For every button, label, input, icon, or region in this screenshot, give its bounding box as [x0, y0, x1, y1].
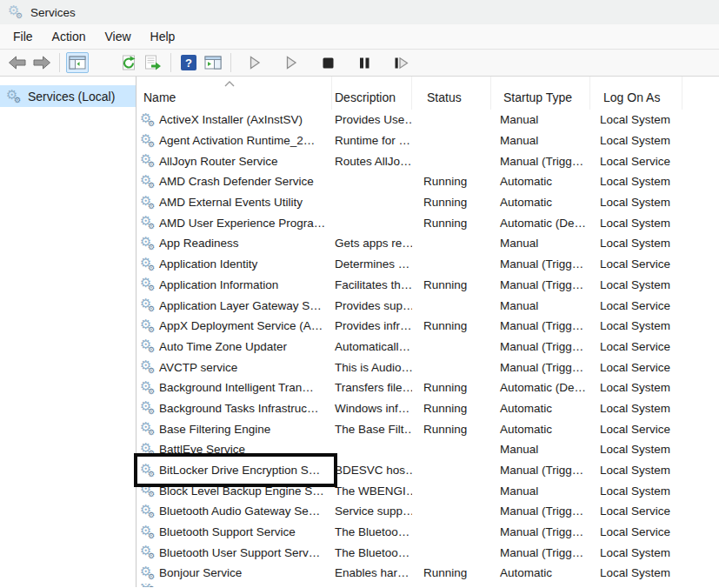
title-bar: ⚙⚙ Services [0, 0, 719, 24]
service-gear-icon: ⚙⚙ [140, 463, 156, 478]
service-row[interactable]: ⚙⚙Application InformationFacilitates th…… [136, 275, 719, 296]
service-row[interactable]: ⚙⚙Bluetooth Audio Gateway Se…Service sup… [136, 501, 719, 522]
service-name: Agent Activation Runtime_2… [159, 134, 315, 147]
stop-service-button[interactable] [316, 52, 339, 73]
sidebar-item-services-local[interactable]: ⚙⚙ Services (Local) [0, 85, 136, 107]
service-startup-type: Manual (Trigg… [491, 319, 590, 332]
service-row[interactable]: ⚙⚙Agent Activation Runtime_2…Runtime for… [136, 130, 719, 151]
service-name: Background Tasks Infrastruc… [159, 402, 319, 415]
service-status: Running [412, 175, 491, 188]
menu-view[interactable]: View [95, 30, 140, 43]
service-status: Running [412, 402, 491, 415]
service-name: Background Intelligent Tran… [159, 381, 314, 394]
service-gear-icon: ⚙⚙ [140, 133, 156, 149]
service-name-cell: ⚙⚙AMD Crash Defender Service [136, 174, 332, 190]
service-row-annotated[interactable]: ⚙⚙BitLocker Drive Encryption S…BDESVC ho… [136, 460, 719, 481]
service-row[interactable]: ⚙⚙Bonjour ServiceEnables har…RunningAuto… [136, 563, 719, 584]
menu-action[interactable]: Action [43, 30, 96, 43]
menu-help[interactable]: Help [141, 30, 185, 43]
service-row[interactable]: ⚙⚙App ReadinessGets apps re…ManualLocal … [136, 233, 719, 254]
service-row[interactable]: ⚙⚙ActiveX Installer (AxInstSV)Provides U… [136, 110, 719, 130]
pause-service-button[interactable] [353, 52, 376, 73]
resume-service-button[interactable] [280, 52, 303, 73]
back-button[interactable] [6, 52, 29, 73]
service-log-on-as: Local System [590, 113, 682, 126]
service-name-cell: ⚙⚙Bonjour Service [136, 565, 332, 581]
service-startup-type: Manual (Trigg… [491, 340, 590, 353]
service-row[interactable]: ⚙⚙Auto Time Zone UpdaterAutomaticall…Man… [136, 337, 719, 357]
service-gear-icon: ⚙⚙ [140, 483, 156, 498]
service-row[interactable]: ⚙⚙AVCTP serviceThis is Audio…Manual (Tri… [136, 357, 719, 378]
service-log-on-as: Local System [590, 134, 682, 147]
column-header-description[interactable]: Description [332, 77, 412, 110]
service-name-cell: ⚙⚙Auto Time Zone Updater [136, 338, 332, 354]
help-button[interactable]: ? [177, 52, 200, 73]
export-list-button[interactable] [142, 52, 164, 73]
service-row[interactable]: ⚙⚙Base Filtering EngineThe Base Filt…Run… [136, 418, 719, 439]
services-list-pane: Name Description Status Startup Type Log… [136, 77, 719, 587]
forward-button[interactable] [30, 52, 53, 73]
service-description: This is Audio… [332, 361, 412, 374]
service-row[interactable]: ⚙⚙Background Tasks Infrastruc…Windows in… [136, 398, 719, 419]
resume-icon [394, 57, 409, 70]
service-description: Enables har… [332, 566, 412, 579]
service-row[interactable]: ⚙⚙Bluetooth Support ServiceThe Bluetoo…M… [136, 522, 719, 543]
show-console-tree-button[interactable] [66, 52, 89, 73]
service-startup-type: Automatic (De… [491, 217, 590, 230]
service-startup-type: Manual (Trigg… [491, 546, 590, 559]
service-name: Bonjour Service [159, 566, 242, 579]
list-header: Name Description Status Startup Type Log… [136, 77, 719, 110]
service-name-cell: ⚙⚙Bluetooth Audio Gateway Se… [136, 504, 332, 519]
service-description: Determines … [332, 257, 412, 271]
service-startup-type: Manual [491, 113, 590, 126]
column-header-status[interactable]: Status [412, 77, 491, 110]
service-row[interactable]: ⚙⚙Background Intelligent Tran…Transfers … [136, 378, 719, 398]
service-name-cell: ⚙⚙Agent Activation Runtime_2… [136, 133, 332, 149]
service-description: Automaticall… [332, 340, 412, 353]
service-row[interactable]: ⚙⚙AllJoyn Router ServiceRoutes AllJo…Man… [136, 150, 719, 171]
restart-service-button[interactable] [389, 52, 412, 73]
service-row[interactable]: ⚙⚙Bluetooth User Support Serv…The Blueto… [136, 542, 719, 563]
service-status: Running [412, 319, 491, 332]
column-header-filler [682, 77, 719, 110]
toolbar-separator [59, 53, 60, 72]
service-row[interactable]: ⚙⚙Block Level Backup Engine S…The WBENGI… [136, 480, 719, 501]
service-row[interactable]: ⚙⚙BattlEye ServiceManualLocal System [136, 439, 719, 460]
service-gear-icon: ⚙⚙ [140, 584, 156, 587]
menu-file[interactable]: File [3, 30, 43, 43]
column-header-log-on-as[interactable]: Log On As [590, 77, 682, 110]
refresh-button[interactable] [117, 52, 140, 73]
show-action-pane-button[interactable] [202, 52, 224, 73]
service-name: BattlEye Service [159, 443, 245, 456]
service-name-cell: ⚙⚙App Readiness [136, 236, 332, 251]
service-name-cell: ⚙⚙AllJoyn Router Service [136, 153, 332, 169]
service-log-on-as: Local System [590, 319, 682, 332]
start-service-button[interactable] [243, 52, 266, 73]
service-startup-type: Manual (Trigg… [491, 361, 590, 374]
service-row[interactable]: ⚙⚙AppX Deployment Service (A…Provides in… [136, 316, 719, 337]
toolbar-separator [230, 53, 231, 72]
toolbar-separator [170, 53, 171, 72]
service-description: BDESVC hos… [332, 464, 412, 477]
service-name-cell: ⚙⚙Background Tasks Infrastruc… [136, 400, 332, 416]
service-row[interactable]: ⚙⚙Application Layer Gateway S…Provides s… [136, 295, 719, 316]
service-startup-type: Manual (Trigg… [491, 257, 590, 271]
service-name-cell: ⚙⚙BattlEye Service [136, 442, 332, 458]
service-startup-type: Manual (Trigg… [491, 504, 590, 518]
column-header-name[interactable]: Name [136, 77, 332, 110]
service-gear-icon: ⚙⚙ [140, 277, 156, 292]
service-name: ActiveX Installer (AxInstSV) [159, 113, 303, 126]
service-row-partial[interactable]: ⚙⚙ [136, 584, 719, 587]
service-status: Running [412, 566, 491, 579]
service-name: BitLocker Drive Encryption S… [159, 464, 320, 477]
service-row[interactable]: ⚙⚙Application IdentityDetermines …Manual… [136, 254, 719, 275]
service-row[interactable]: ⚙⚙AMD User Experience Progra…RunningAuto… [136, 212, 719, 233]
service-log-on-as: Local System [590, 566, 682, 579]
column-header-startup-type[interactable]: Startup Type [491, 77, 590, 110]
menu-bar: File Action View Help [0, 24, 719, 50]
service-row[interactable]: ⚙⚙AMD External Events UtilityRunningAuto… [136, 192, 719, 213]
service-gear-icon: ⚙⚙ [140, 338, 156, 354]
service-log-on-as: Local System [590, 196, 682, 209]
service-gear-icon: ⚙⚙ [140, 318, 156, 334]
service-row[interactable]: ⚙⚙AMD Crash Defender ServiceRunningAutom… [136, 171, 719, 192]
